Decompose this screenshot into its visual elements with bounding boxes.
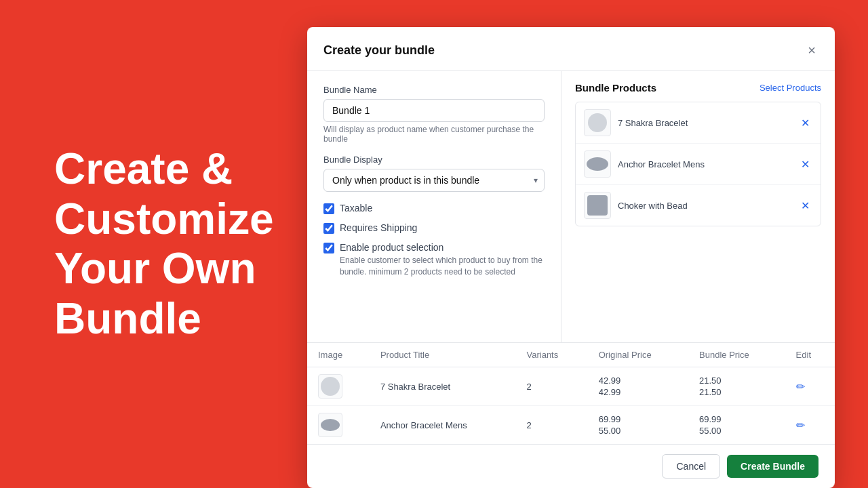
list-item: Choker with Bead ✕: [576, 185, 821, 226]
modal-body: Bundle Name Will display as product name…: [307, 71, 835, 342]
hero-text: Create & Customize Your Own Bundle: [54, 144, 274, 344]
modal-action-footer: Cancel Create Bundle: [307, 444, 835, 488]
table-row: Anchor Bracelet Mens 2 69.99 55.00 69.99: [307, 406, 835, 445]
row2-title-cell: Anchor Bracelet Mens: [370, 406, 516, 445]
row1-title-cell: 7 Shakra Bracelet: [370, 367, 516, 406]
requires-shipping-label-wrap: Requires Shipping: [340, 222, 417, 233]
requires-shipping-label: Requires Shipping: [340, 222, 417, 233]
select-products-button[interactable]: Select Products: [760, 83, 821, 93]
taxable-label-wrap: Taxable: [340, 203, 372, 214]
row1-bundle-price-cell: 21.50 21.50: [688, 367, 785, 406]
bundle-name-field: Bundle Name Will display as product name…: [323, 85, 545, 144]
bundle-name-hint: Will display as product name when custom…: [323, 125, 545, 144]
bundle-display-select-wrapper: Only when product is in this bundle Alwa…: [323, 169, 545, 192]
product-1-thumb: [584, 109, 611, 136]
close-button[interactable]: ×: [805, 41, 818, 60]
enable-selection-row: Enable product selection Enable customer…: [323, 242, 545, 278]
hero-line3: Your Own: [54, 244, 274, 294]
row2-bundle-price-cell: 69.99 55.00: [688, 406, 785, 445]
left-panel: Bundle Name Will display as product name…: [307, 71, 561, 342]
enable-selection-label: Enable product selection: [340, 242, 545, 253]
row2-thumb: [318, 413, 342, 437]
table-row: 7 Shakra Bracelet 2 42.99 42.99 21.50 21: [307, 367, 835, 406]
row1-original-price-cell: 42.99 42.99: [588, 367, 688, 406]
col-original-price: Original Price: [588, 343, 688, 367]
thumb-icon: [321, 377, 340, 396]
product-2-name: Anchor Bracelet Mens: [618, 159, 791, 169]
product-3-thumb: [584, 192, 611, 219]
bundle-display-field: Bundle Display Only when product is in t…: [323, 155, 545, 192]
modal-header: Create your bundle ×: [307, 27, 835, 71]
taxable-checkbox[interactable]: [323, 203, 334, 214]
edit-row2-button[interactable]: ✏: [796, 419, 805, 432]
hero-line4: Bundle: [54, 294, 274, 344]
product-1-name: 7 Shakra Bracelet: [618, 118, 791, 128]
table-header-row: Image Product Title Variants Original Pr…: [307, 343, 835, 367]
bundle-name-input[interactable]: [323, 99, 545, 122]
bundle-products-header: Bundle Products Select Products: [575, 82, 821, 94]
hero-line2: Customize: [54, 194, 274, 244]
thumb-person-icon: [587, 195, 608, 216]
hero-line1: Create &: [54, 144, 274, 195]
modal-title: Create your bundle: [323, 43, 435, 58]
bundle-product-list: 7 Shakra Bracelet ✕ Anchor Bracelet Mens…: [575, 102, 821, 226]
row1-image-cell: [307, 367, 370, 406]
products-table: Image Product Title Variants Original Pr…: [307, 343, 835, 444]
thumb-icon: [321, 419, 340, 431]
remove-product-1-button[interactable]: ✕: [798, 115, 812, 131]
taxable-label: Taxable: [340, 203, 372, 214]
create-bundle-modal: Create your bundle × Bundle Name Will di…: [307, 27, 835, 488]
requires-shipping-checkbox[interactable]: [323, 223, 334, 234]
row1-variants-cell: 2: [516, 367, 588, 406]
cancel-button[interactable]: Cancel: [662, 454, 720, 479]
create-bundle-button[interactable]: Create Bundle: [727, 455, 818, 478]
remove-product-3-button[interactable]: ✕: [798, 198, 812, 214]
row2-edit-cell: ✏: [785, 406, 835, 445]
products-table-section: Image Product Title Variants Original Pr…: [307, 342, 835, 444]
col-product-title: Product Title: [370, 343, 516, 367]
requires-shipping-row: Requires Shipping: [323, 222, 545, 234]
taxable-row: Taxable: [323, 203, 545, 214]
enable-selection-desc: Enable customer to select which product …: [340, 255, 545, 278]
bundle-display-label: Bundle Display: [323, 155, 545, 165]
remove-product-2-button[interactable]: ✕: [798, 157, 812, 172]
row2-original-prices: 69.99 55.00: [599, 414, 677, 436]
enable-selection-label-wrap: Enable product selection Enable customer…: [340, 242, 545, 278]
bundle-name-label: Bundle Name: [323, 85, 545, 95]
row2-bundle-prices: 69.99 55.00: [699, 414, 774, 436]
list-item: 7 Shakra Bracelet ✕: [576, 102, 821, 144]
row1-original-prices: 42.99 42.99: [599, 375, 677, 397]
thumb-oval-icon: [587, 157, 608, 171]
product-3-name: Choker with Bead: [618, 201, 791, 211]
table-wrap: Image Product Title Variants Original Pr…: [307, 343, 835, 444]
col-bundle-price: Bundle Price: [688, 343, 785, 367]
product-2-thumb: [584, 150, 611, 178]
col-variants: Variants: [516, 343, 588, 367]
row1-edit-cell: ✏: [785, 367, 835, 406]
col-image: Image: [307, 343, 370, 367]
row2-variants-cell: 2: [516, 406, 588, 445]
right-panel: Bundle Products Select Products 7 Shakra…: [561, 71, 835, 342]
thumb-circle-icon: [588, 113, 607, 132]
enable-selection-checkbox[interactable]: [323, 243, 334, 253]
row2-image-cell: [307, 406, 370, 445]
row1-bundle-prices: 21.50 21.50: [699, 375, 774, 397]
bundle-display-select[interactable]: Only when product is in this bundle Alwa…: [323, 169, 545, 192]
col-edit: Edit: [785, 343, 835, 367]
edit-row1-button[interactable]: ✏: [796, 380, 805, 393]
row2-original-price-cell: 69.99 55.00: [588, 406, 688, 445]
row1-thumb: [318, 374, 342, 399]
list-item: Anchor Bracelet Mens ✕: [576, 144, 821, 185]
bundle-products-title: Bundle Products: [575, 82, 656, 94]
